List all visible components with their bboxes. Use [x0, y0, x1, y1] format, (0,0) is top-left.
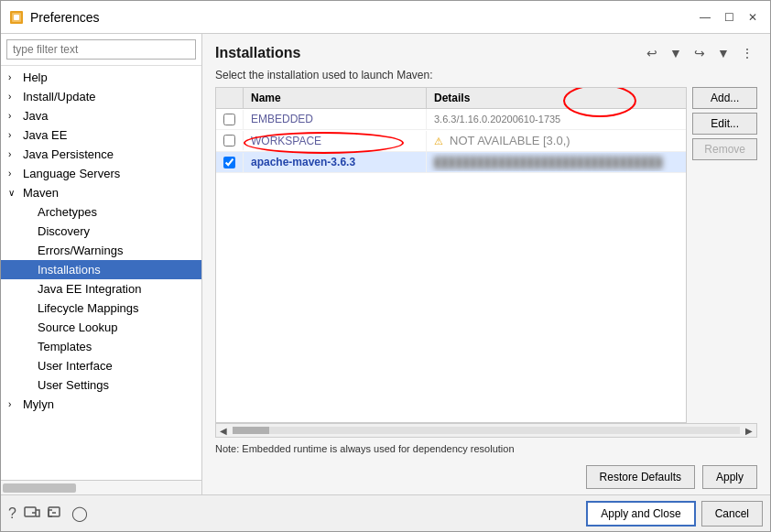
sidebar-item-templates[interactable]: Templates [1, 337, 201, 356]
sidebar-item-errors-warnings[interactable]: Errors/Warnings [1, 241, 201, 260]
scrollbar-thumb [233, 427, 269, 434]
table-row: apache-maven-3.6.3 █████████████████████… [216, 152, 686, 173]
sidebar-item-language-servers[interactable]: › Language Servers [1, 164, 201, 183]
window-controls: — ☐ ✕ [695, 7, 763, 27]
row-name-apache[interactable]: apache-maven-3.6.3 [244, 152, 427, 172]
settings-icon[interactable]: ◯ [71, 505, 88, 522]
apply-button[interactable]: Apply [702, 465, 757, 489]
close-button[interactable]: ✕ [743, 7, 763, 27]
main-content: › Help › Install/Update › Java › Java EE… [1, 34, 770, 494]
sidebar-item-source-lookup[interactable]: Source Lookup [1, 318, 201, 337]
sidebar-item-label: Install/Update [23, 90, 96, 103]
sidebar-item-java-ee[interactable]: › Java EE [1, 125, 201, 145]
table-section: Name Details EMBEDDED 3.6.3/1.16.0.20200… [202, 87, 770, 438]
help-icon[interactable]: ? [8, 505, 16, 522]
sidebar-item-label: Java EE Integration [38, 282, 141, 296]
remove-button[interactable]: Remove [692, 138, 757, 160]
table-row: WORKSPACE ⚠ NOT AVAILABLE [3.0,) [216, 130, 686, 152]
row-details-embedded: 3.6.3/1.16.0.20200610-1735 [427, 110, 686, 128]
sidebar-scrollbar [1, 480, 201, 494]
note-area: Note: Embedded runtime is always used fo… [202, 438, 770, 460]
add-button[interactable]: Add... [692, 87, 757, 109]
sidebar-item-archetypes[interactable]: Archetypes [1, 202, 201, 222]
sidebar-item-mylyn[interactable]: › Mylyn [1, 395, 201, 414]
sidebar-item-label: Java EE [23, 128, 67, 142]
menu-button[interactable]: ⋮ [737, 43, 757, 63]
panel-bottom-buttons: Restore Defaults Apply [202, 460, 770, 494]
sidebar-item-java-persistence[interactable]: › Java Persistence [1, 145, 201, 164]
sidebar-item-install-update[interactable]: › Install/Update [1, 87, 201, 106]
sidebar-item-label: Java Persistence [23, 147, 114, 161]
dropdown-button[interactable]: ▼ [666, 43, 686, 63]
svg-rect-3 [25, 507, 36, 516]
row-details-workspace: ⚠ NOT AVAILABLE [3.0,) [427, 130, 686, 151]
right-panel: Installations ↩ ▼ ↪ ▼ ⋮ Select the insta… [202, 34, 770, 494]
th-details: Details [427, 88, 686, 108]
action-buttons: Add... Edit... Remove [687, 87, 757, 423]
sidebar-item-label: Help [23, 71, 48, 84]
panel-title: Installations [215, 45, 300, 61]
row-name-workspace[interactable]: WORKSPACE [244, 131, 427, 151]
arrow-icon: › [8, 130, 19, 140]
sidebar-item-discovery[interactable]: Discovery [1, 222, 201, 241]
table-row: EMBEDDED 3.6.3/1.16.0.20200610-1735 [216, 109, 686, 130]
sidebar-item-label: Maven [23, 186, 59, 200]
sidebar-item-user-interface[interactable]: User Interface [1, 356, 201, 375]
search-input[interactable] [6, 39, 196, 60]
row-checkbox-workspace[interactable] [216, 131, 244, 150]
sidebar-item-installations[interactable]: Installations [1, 260, 201, 279]
scroll-left-arrow[interactable]: ◀ [216, 426, 231, 436]
panel-header: Installations ↩ ▼ ↪ ▼ ⋮ [202, 34, 770, 69]
sidebar: › Help › Install/Update › Java › Java EE… [1, 34, 202, 494]
sidebar-item-label: Lifecycle Mappings [38, 301, 139, 315]
minimize-button[interactable]: — [695, 7, 715, 27]
row-checkbox-embedded[interactable] [216, 110, 244, 129]
sidebar-item-label: User Interface [38, 359, 113, 373]
sidebar-item-label: Discovery [38, 224, 90, 238]
edit-button[interactable]: Edit... [692, 113, 757, 135]
svg-rect-4 [49, 507, 60, 516]
panel-toolbar: ↩ ▼ ↪ ▼ ⋮ [642, 43, 757, 63]
sidebar-item-label: Errors/Warnings [38, 244, 123, 257]
maximize-button[interactable]: ☐ [719, 7, 739, 27]
arrow-icon: ∨ [8, 188, 19, 198]
sidebar-item-lifecycle-mappings[interactable]: Lifecycle Mappings [1, 299, 201, 318]
checkbox-workspace[interactable] [223, 135, 235, 147]
svg-rect-2 [14, 15, 19, 20]
row-checkbox-apache[interactable] [216, 153, 244, 172]
th-name: Name [244, 88, 427, 108]
forward-button[interactable]: ↪ [690, 43, 710, 63]
warning-icon: ⚠ [434, 136, 443, 147]
sidebar-item-java-ee-integration[interactable]: Java EE Integration [1, 279, 201, 299]
scroll-right-arrow[interactable]: ▶ [742, 426, 756, 436]
sidebar-item-label: Archetypes [38, 205, 97, 219]
table-scroll-area: Name Details EMBEDDED 3.6.3/1.16.0.20200… [215, 87, 687, 423]
row-name-embedded[interactable]: EMBEDDED [244, 109, 427, 129]
apply-close-button[interactable]: Apply and Close [586, 501, 695, 527]
panel-subtitle: Select the installation used to launch M… [202, 69, 770, 87]
sidebar-item-help[interactable]: › Help [1, 68, 201, 87]
forward-dropdown-button[interactable]: ▼ [713, 43, 733, 63]
checkbox-apache[interactable] [223, 157, 235, 168]
restore-defaults-button[interactable]: Restore Defaults [586, 465, 695, 489]
cancel-button[interactable]: Cancel [701, 501, 763, 527]
export-icon[interactable] [24, 505, 40, 523]
sidebar-item-label: Templates [38, 340, 92, 353]
sidebar-tree: › Help › Install/Update › Java › Java EE… [1, 66, 201, 480]
sidebar-item-label: Source Lookup [38, 320, 117, 334]
table-and-buttons: Name Details EMBEDDED 3.6.3/1.16.0.20200… [215, 87, 757, 423]
import-icon[interactable] [48, 505, 64, 523]
back-button[interactable]: ↩ [642, 43, 662, 63]
footer-icons: ? ◯ [8, 505, 88, 523]
scrollbar-thumb [3, 483, 76, 493]
search-box [1, 34, 201, 66]
arrow-icon: › [8, 149, 19, 159]
sidebar-item-java[interactable]: › Java [1, 106, 201, 125]
sidebar-item-maven[interactable]: ∨ Maven [1, 183, 201, 202]
horizontal-scrollbar: ◀ ▶ [215, 423, 757, 438]
footer-buttons: Apply and Close Cancel [586, 501, 763, 527]
sidebar-item-label: User Settings [38, 378, 109, 392]
sidebar-item-user-settings[interactable]: User Settings [1, 375, 201, 395]
arrow-icon: › [8, 111, 19, 121]
checkbox-embedded[interactable] [223, 114, 235, 125]
